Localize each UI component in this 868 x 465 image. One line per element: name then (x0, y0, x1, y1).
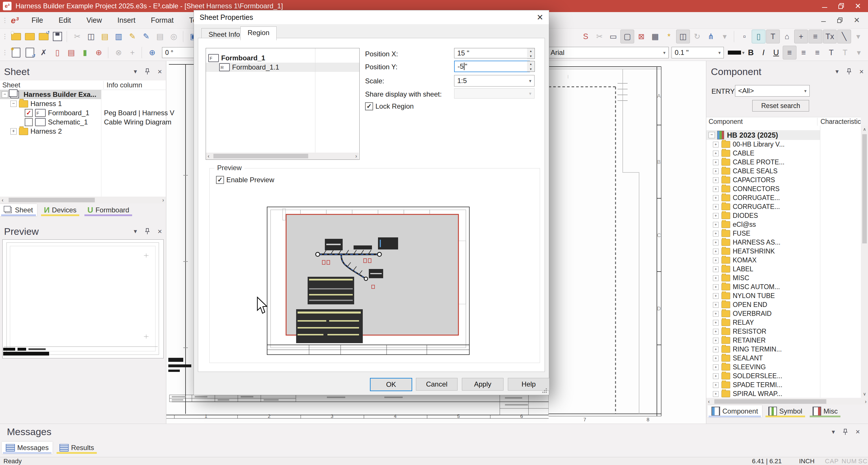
paste-disabled-icon[interactable]: ▤ (153, 30, 166, 43)
paste-icon[interactable]: ▤ (98, 30, 112, 43)
align-left-icon[interactable]: ≡ (783, 46, 797, 59)
format-painter-blue-icon[interactable]: ✎ (140, 30, 153, 43)
chevron-down-icon[interactable]: ▾ (832, 428, 835, 436)
expand-icon[interactable]: + (713, 382, 719, 388)
expand-icon[interactable]: + (713, 302, 719, 308)
component-folder-row[interactable]: + MISC AUTOM... (706, 283, 861, 291)
paste-special-icon[interactable]: ▥ (112, 30, 125, 43)
underline-button[interactable]: U (770, 48, 782, 57)
position-y-spinner[interactable]: ▲▼ (527, 61, 535, 72)
cancel-button[interactable]: Cancel (416, 378, 458, 390)
signal-map-icon[interactable]: S (579, 30, 592, 43)
expand-icon[interactable]: + (713, 275, 719, 281)
position-y-input[interactable]: -5 " (454, 61, 530, 72)
expand-icon[interactable]: + (713, 391, 719, 397)
expand-icon[interactable]: + (713, 320, 719, 326)
component-folder-row[interactable]: + RESISTOR (706, 327, 861, 336)
expand-icon[interactable]: + (713, 204, 719, 210)
scrollbar-thumb[interactable] (714, 399, 826, 404)
component-folder-row[interactable]: + HARNESS AS... (706, 238, 861, 247)
lock-region-field[interactable]: ✓ Lock Region (365, 102, 413, 110)
overflow-icon[interactable]: ▾ (851, 30, 865, 43)
component-folder-row[interactable]: + RING TERMIN... (706, 345, 861, 354)
collapse-icon[interactable]: − (10, 100, 17, 107)
dialog-close-button[interactable]: ✕ (531, 10, 549, 24)
bold-button[interactable]: B (744, 48, 757, 57)
cut-icon[interactable]: ✂ (71, 30, 84, 43)
column-header-sheet[interactable]: Sheet (0, 81, 103, 89)
expand-icon[interactable]: + (713, 177, 719, 183)
ok-button[interactable]: OK (370, 378, 412, 391)
close-icon[interactable]: × (859, 67, 864, 76)
component-hscrollbar[interactable]: ‹ › (706, 398, 868, 405)
pin-icon[interactable] (846, 68, 852, 75)
no-connect-icon[interactable]: ✗ (37, 46, 50, 59)
column-header-characteristic[interactable]: Characteristic (817, 118, 861, 125)
tree-row-formboard1[interactable]: F Formboard_1 (206, 54, 359, 63)
component-folder-row[interactable]: + RETAINER (706, 336, 861, 345)
font-size-select[interactable]: 0.1 " ▾ (672, 47, 724, 58)
expand-icon[interactable]: + (713, 231, 719, 236)
menu-view[interactable]: View (79, 16, 110, 24)
scrollbar-thumb[interactable] (213, 154, 308, 158)
component-folder-row[interactable]: + MISC (706, 273, 861, 283)
tab-results[interactable]: Results (56, 442, 98, 454)
sheet-panel-hscrollbar[interactable]: ‹ › (0, 197, 166, 203)
minimize-button[interactable] (816, 0, 833, 12)
new-sheet-icon[interactable]: * (662, 30, 676, 43)
expand-icon[interactable]: + (713, 347, 719, 352)
close-icon[interactable]: × (158, 227, 162, 236)
save-icon[interactable] (51, 30, 64, 43)
expand-icon[interactable]: + (713, 293, 719, 299)
component-folder-row[interactable]: + CORRUGATE... (706, 202, 861, 211)
menu-file[interactable]: File (24, 16, 51, 24)
expand-icon[interactable]: + (713, 311, 719, 317)
delete-disabled-icon[interactable]: ⊗ (112, 46, 125, 59)
expand-icon[interactable]: + (713, 213, 719, 219)
rotate-view-disabled-icon[interactable]: ↻ (690, 30, 704, 43)
component-folder-row[interactable]: + FUSE (706, 229, 861, 238)
expand-icon[interactable]: + (713, 240, 719, 245)
component-folder-row[interactable]: + DIODES (706, 211, 861, 220)
position-x-input[interactable]: 15 " (454, 48, 529, 58)
component-folder-row[interactable]: + CABLE SEALS (706, 167, 861, 176)
tab-symbol[interactable]: Symbol (764, 405, 806, 417)
enable-preview-checkbox-checked[interactable]: ✓ (216, 176, 224, 184)
text-color-icon[interactable]: T (825, 46, 838, 59)
dialog-title-bar[interactable]: Sheet Properties (194, 10, 549, 24)
menu-edit[interactable]: Edit (51, 16, 79, 24)
duplicate-sheet-icon[interactable] (23, 46, 36, 59)
collapse-icon[interactable]: − (709, 132, 715, 138)
expand-icon[interactable]: + (10, 128, 17, 135)
visibility-checkbox-unchecked[interactable] (25, 118, 33, 126)
tree-row-schematic1[interactable]: Schematic_1 Cable Wiring Diagram (0, 118, 166, 127)
tab-misc[interactable]: Misc (809, 405, 842, 417)
expand-icon[interactable]: + (713, 365, 719, 370)
doc-minimize-button[interactable] (815, 12, 832, 28)
visibility-checkbox-checked[interactable]: ✓ (25, 109, 33, 117)
scale-select[interactable]: 1:5 ▾ (454, 75, 534, 87)
scroll-right-icon[interactable]: › (865, 399, 867, 405)
tree-row-harness1[interactable]: − Harness 1 (0, 99, 166, 108)
tree-row-harness2[interactable]: + Harness 2 (0, 127, 166, 136)
italic-button[interactable]: I (757, 48, 770, 57)
component-folder-row[interactable]: + CAPACITORS (706, 176, 861, 184)
delete-sheet-icon[interactable]: ⊠ (635, 30, 648, 43)
tab-messages[interactable]: Messages (2, 442, 53, 454)
tab-formboard[interactable]: U Formboard (83, 204, 133, 216)
table-icon[interactable]: ▦ (649, 30, 662, 43)
component-folder-row[interactable]: + KOMAX (706, 256, 861, 265)
column-header-component[interactable]: Component (706, 118, 817, 125)
dimension-tool-icon[interactable]: + (794, 30, 808, 43)
scroll-up-icon[interactable]: ∧ (863, 127, 866, 132)
tree-row-formboard1-1[interactable]: R Formboard_1.1 (206, 63, 359, 72)
component-folder-row[interactable]: + LABEL (706, 265, 861, 273)
doc-restore-button[interactable] (832, 12, 848, 28)
enable-preview-field[interactable]: ✓ Enable Preview (216, 176, 274, 184)
move-disabled-icon[interactable]: + (126, 46, 139, 59)
text-tool-icon[interactable]: T (766, 30, 780, 43)
region-tree[interactable]: F Formboard_1 R Formboard_1.1 ‹ › (206, 48, 360, 160)
expand-icon[interactable]: + (713, 266, 719, 272)
tree-row-project[interactable]: − Harness Builder Exa... (0, 90, 101, 99)
highlight-device-icon[interactable]: ▯ (752, 30, 766, 43)
